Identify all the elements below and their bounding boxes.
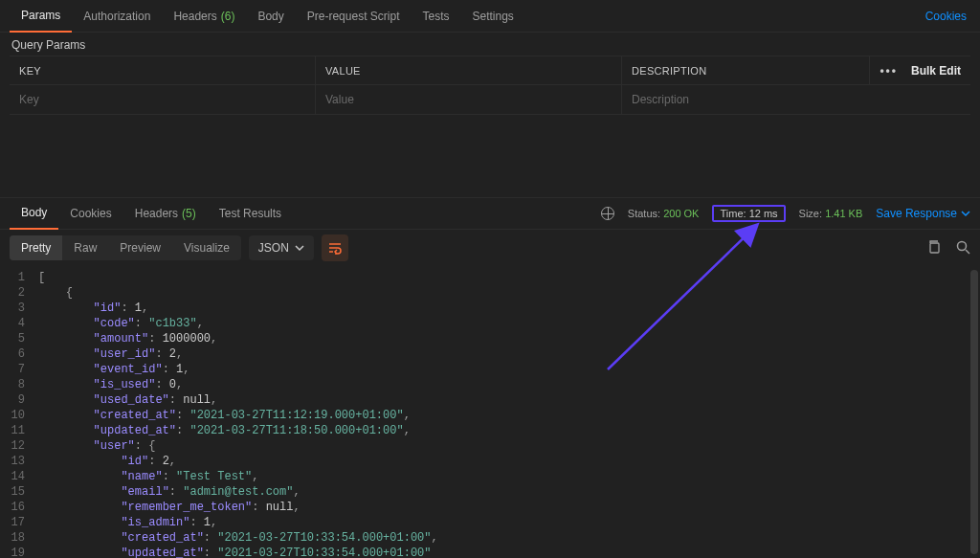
request-tab-pre-request-script[interactable]: Pre-request Script — [296, 0, 412, 33]
view-mode-preview[interactable]: Preview — [108, 235, 172, 260]
column-header-value: VALUE — [316, 56, 622, 84]
param-key-input[interactable] — [19, 93, 305, 106]
wrap-lines-button[interactable] — [322, 234, 348, 261]
request-tab-headers[interactable]: Headers (6) — [162, 0, 246, 33]
status-badge: Status: 200 OK — [628, 208, 700, 219]
response-tabs: BodyCookiesHeaders (5)Test Results Statu… — [0, 197, 980, 230]
response-tab-headers[interactable]: Headers (5) — [123, 197, 208, 230]
view-mode-pretty[interactable]: Pretty — [10, 235, 62, 260]
response-view-toolbar: PrettyRawPreviewVisualize JSON — [0, 230, 980, 266]
request-tab-authorization[interactable]: Authorization — [72, 0, 162, 33]
view-mode-visualize[interactable]: Visualize — [172, 235, 241, 260]
column-header-description: DESCRIPTION — [622, 56, 870, 84]
request-tab-settings[interactable]: Settings — [461, 0, 525, 33]
svg-point-1 — [958, 241, 967, 250]
body-format-dropdown[interactable]: JSON — [249, 235, 314, 260]
view-mode-raw[interactable]: Raw — [62, 235, 108, 260]
params-table: KEY VALUE DESCRIPTION ••• Bulk Edit — [10, 56, 970, 115]
save-response-button[interactable]: Save Response — [876, 207, 970, 220]
response-time: Time: 12 ms — [712, 205, 785, 222]
copy-response-icon[interactable] — [926, 239, 942, 257]
column-header-key: KEY — [10, 56, 316, 84]
search-response-icon[interactable] — [955, 239, 970, 257]
query-params-subheader: Query Params — [0, 33, 980, 56]
response-tab-cookies[interactable]: Cookies — [58, 197, 122, 230]
request-tab-body[interactable]: Body — [246, 0, 295, 33]
response-tab-body[interactable]: Body — [10, 197, 58, 230]
params-more-icon[interactable]: ••• — [880, 64, 898, 78]
svg-rect-0 — [930, 243, 939, 253]
request-tab-params[interactable]: Params — [10, 0, 72, 33]
param-desc-input[interactable] — [632, 93, 961, 106]
network-icon[interactable] — [601, 207, 614, 220]
table-row — [10, 85, 970, 114]
request-tab-tests[interactable]: Tests — [411, 0, 460, 33]
request-tabs: ParamsAuthorizationHeaders (6)BodyPre-re… — [0, 0, 980, 33]
response-size: Size: 1.41 KB — [799, 208, 863, 219]
bulk-edit-button[interactable]: Bulk Edit — [911, 64, 961, 78]
response-tab-test-results[interactable]: Test Results — [208, 197, 293, 230]
scrollbar[interactable] — [970, 270, 978, 554]
view-mode-segmented: PrettyRawPreviewVisualize — [10, 235, 241, 260]
cookies-link[interactable]: Cookies — [925, 10, 967, 23]
param-value-input[interactable] — [325, 93, 612, 106]
response-body-viewer[interactable]: 1234567891011121314151617181920 [ { "id"… — [0, 266, 980, 558]
